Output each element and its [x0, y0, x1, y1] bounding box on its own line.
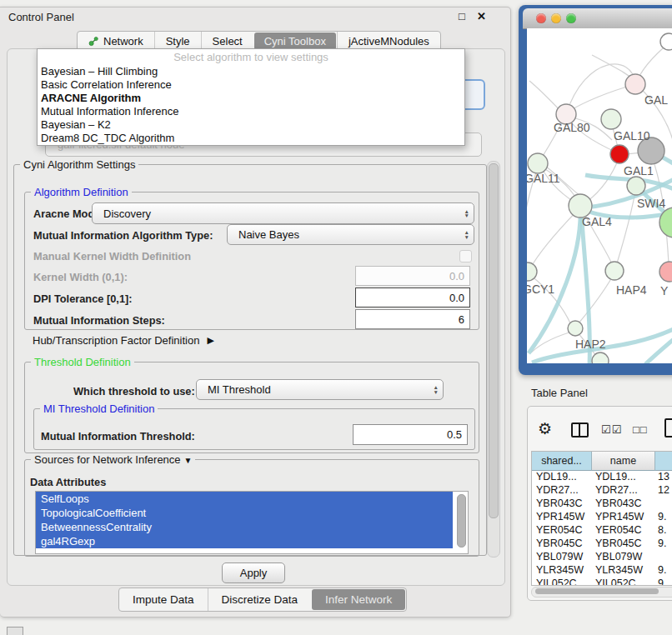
stepper-icon: ▲▼: [464, 203, 469, 223]
table-row[interactable]: YLR345WYLR345W9.: [532, 563, 672, 577]
network-node[interactable]: [625, 74, 645, 94]
settings-scrollbar[interactable]: [487, 161, 500, 558]
network-view-window: GALGAL80GAL10GAL1GAL11SWI4GAL4GCY1HAP4YH…: [519, 5, 672, 375]
float-panel-icon[interactable]: □: [459, 10, 465, 22]
horizontal-scrollbar[interactable]: [531, 587, 672, 598]
algorithm-option[interactable]: Basic Correlation Inference: [38, 78, 464, 92]
stepper-icon: ▲▼: [434, 380, 439, 399]
network-node[interactable]: [569, 194, 592, 218]
algorithm-option[interactable]: Dream8 DC_TDC Algorithm: [38, 132, 464, 145]
network-edge[interactable]: [530, 209, 579, 268]
network-node[interactable]: [605, 262, 624, 280]
partial-bottom-left-widget: [7, 627, 23, 635]
network-node[interactable]: [601, 109, 621, 129]
network-node[interactable]: [627, 177, 645, 195]
dpi-tolerance-field[interactable]: 0.0: [355, 288, 470, 308]
table-cell: 9.: [654, 537, 672, 550]
network-window-titlebar[interactable]: [523, 8, 672, 29]
attribute-list-item[interactable]: SelfLoops: [36, 492, 453, 506]
node-label: GAL: [644, 93, 668, 107]
node-label: GAL10: [614, 129, 650, 142]
table-panel: ⚙ ☑☑ □□ shared...name YDL19...YDL19...13…: [527, 406, 672, 601]
algorithm-option[interactable]: Bayesian – K2: [38, 118, 464, 132]
sources-title-text: Sources for Network Inference: [34, 453, 181, 466]
network-edge[interactable]: [569, 84, 635, 111]
table-cell: YER054C: [532, 523, 591, 537]
gear-icon[interactable]: ⚙: [538, 419, 552, 438]
algorithm-option[interactable]: Mutual Information Inference: [38, 105, 464, 118]
apply-button[interactable]: Apply: [222, 562, 285, 583]
algorithm-option[interactable]: Bayesian – Hill Climbing: [38, 65, 464, 78]
node-label: GAL4: [582, 215, 612, 228]
table-cell: [654, 497, 672, 510]
column-header[interactable]: name: [592, 452, 655, 471]
data-attributes-label: Data Attributes: [30, 476, 106, 488]
column-header[interactable]: [655, 452, 672, 471]
deselect-all-icon[interactable]: □□: [633, 423, 648, 436]
expanded-arrow-icon[interactable]: ▼: [184, 456, 193, 465]
table-cell: YIL052C: [532, 577, 591, 586]
horizontal-scrollbar-thumb[interactable]: [535, 588, 659, 594]
new-column-icon[interactable]: [664, 418, 672, 438]
network-canvas[interactable]: GALGAL80GAL10GAL1GAL11SWI4GAL4GCY1HAP4YH…: [527, 28, 672, 363]
table-row[interactable]: YDR27...YDR27...12: [532, 483, 672, 497]
network-node[interactable]: [659, 262, 672, 282]
network-node[interactable]: [592, 352, 609, 363]
close-traffic-light[interactable]: [536, 13, 546, 23]
mi-type-combo[interactable]: Naive Bayes ▲▼: [227, 224, 474, 245]
table-panel-title: Table Panel: [531, 387, 588, 399]
select-all-icon[interactable]: ☑☑: [601, 423, 622, 436]
table-row[interactable]: YPR145WYPR145W9.: [532, 510, 672, 523]
zoom-traffic-light[interactable]: [566, 13, 576, 23]
attribute-list-item[interactable]: gal4RGexp: [36, 534, 453, 548]
settings-scrollbar-thumb[interactable]: [489, 163, 499, 518]
mi-steps-field[interactable]: 6: [355, 309, 470, 329]
list-scrollbar[interactable]: [457, 494, 466, 548]
table-row[interactable]: YBR043CYBR043C: [532, 497, 672, 510]
tab-infer-network[interactable]: Infer Network: [312, 589, 405, 610]
network-node[interactable]: [568, 321, 583, 336]
tab-label: Cyni Toolbox: [264, 35, 326, 48]
mi-threshold-field[interactable]: 0.5: [353, 424, 468, 445]
table-row[interactable]: YIL052CYIL052C9.: [532, 577, 672, 586]
threshold-definition-title: Threshold Definition: [31, 356, 134, 368]
network-edge[interactable]: [578, 276, 613, 324]
which-threshold-combo[interactable]: MI Threshold ▲▼: [196, 379, 444, 400]
table-cell: YBL079W: [532, 550, 591, 563]
tab-label: Network: [103, 35, 143, 48]
network-node[interactable]: [610, 145, 629, 163]
tab-label: Select: [213, 35, 243, 48]
table-row[interactable]: YBR045CYBR045C9.: [532, 537, 672, 550]
table-cell: YPR145W: [591, 510, 654, 523]
table-header-row: shared...name: [532, 452, 672, 470]
mi-type-value: Naive Bayes: [238, 228, 299, 241]
tab-cyni-toolbox[interactable]: Cyni Toolbox: [254, 32, 336, 50]
node-label: SWI4: [637, 197, 665, 210]
hub-definition-expander[interactable]: Hub/Transcription Factor Definition ▶: [33, 334, 214, 347]
attribute-list-item[interactable]: TopologicalCoefficient: [36, 506, 453, 520]
which-threshold-label: Which threshold to use:: [73, 385, 195, 398]
split-view-icon[interactable]: [571, 422, 589, 438]
close-panel-icon[interactable]: ✕: [477, 10, 486, 22]
column-header[interactable]: shared...: [532, 452, 592, 471]
node-label: Y: [660, 284, 669, 298]
network-node[interactable]: [660, 33, 672, 50]
network-node[interactable]: [527, 262, 537, 281]
table-row[interactable]: YDL19...YDL19...13: [532, 470, 672, 483]
table-body: YDL19...YDL19...13YDR27...YDR27...12YBR0…: [532, 470, 672, 586]
tab-impute-data[interactable]: Impute Data: [119, 588, 208, 611]
algorithm-option[interactable]: ARACNE Algorithm: [38, 92, 464, 105]
manual-kernel-checkbox[interactable]: [459, 250, 472, 262]
table-row[interactable]: YBL079WYBL079W: [532, 550, 672, 563]
aracne-mode-combo[interactable]: Discovery ▲▼: [92, 202, 474, 224]
minimize-traffic-light[interactable]: [551, 13, 561, 23]
network-node[interactable]: [528, 153, 548, 173]
data-attributes-list[interactable]: SelfLoopsTopologicalCoefficientBetweenne…: [35, 491, 469, 554]
screen: Control Panel □ ✕ NetworkStyleSelectCyni…: [0, 0, 672, 635]
attribute-list-item[interactable]: BetweennessCentrality: [36, 520, 453, 534]
tab-discretize-data[interactable]: Discretize Data: [208, 588, 312, 611]
table-row[interactable]: YER054CYER054C8.: [532, 523, 672, 537]
kernel-width-field[interactable]: 0.0: [355, 266, 470, 286]
node-label: GCY1: [527, 282, 554, 296]
algorithm-definition-group: Algorithm Definition Aracne Mode: Discov…: [24, 192, 479, 330]
